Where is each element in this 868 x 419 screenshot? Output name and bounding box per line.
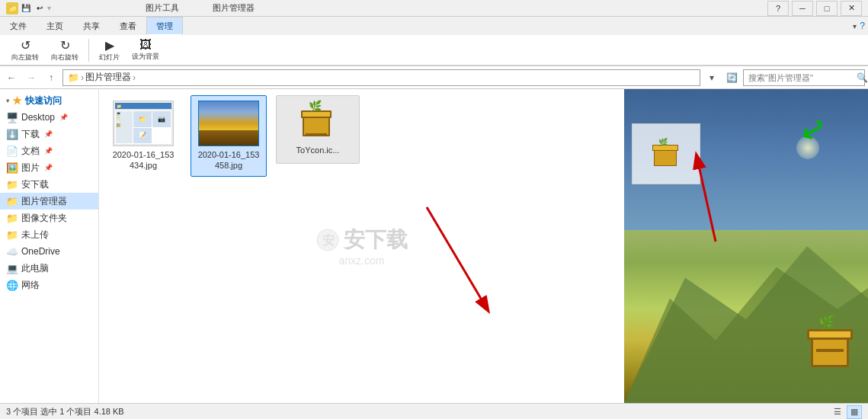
- quick-save[interactable]: 💾: [21, 4, 30, 12]
- desktop-icon-sidebar: 🖥️: [6, 111, 18, 123]
- file-item[interactable]: 🌿 ToYcon.ic...: [276, 95, 360, 164]
- sidebar-header-quickaccess[interactable]: ▾ ★ 快速访问: [0, 92, 98, 109]
- maximize-button[interactable]: □: [816, 1, 838, 16]
- sidebar: ▾ ★ 快速访问 🖥️ Desktop 📌 ⬇️ 下载 📌 📄 文档 📌 🖼️ …: [0, 89, 99, 403]
- sidebar-item-pictures[interactable]: 🖼️ 图片 📌: [0, 159, 98, 176]
- file-label: 2020-01-16_153 434.jpg: [111, 149, 176, 171]
- tab-file[interactable]: 文件: [0, 17, 37, 35]
- sidebar-item-label: 文档: [21, 145, 40, 158]
- ribbon: 文件 主页 共享 查看 管理 ▾ ? ↺ 向左旋转 ↻ 向右旋转 ▶ 幻灯片 🖼…: [0, 17, 868, 66]
- sidebar-item-desktop[interactable]: 🖥️ Desktop 📌: [0, 109, 98, 126]
- details-view-button[interactable]: ▦: [847, 405, 862, 419]
- minimize-button[interactable]: ─: [792, 1, 813, 16]
- back-button[interactable]: ←: [3, 69, 20, 86]
- help-button[interactable]: ?: [767, 1, 789, 16]
- watermark-line1: 安下载: [344, 225, 408, 254]
- onedrive-icon: ☁️: [6, 245, 18, 257]
- status-bar: 3 个项目 选中 1 个项目 4.18 KB ☰ ▦: [0, 403, 868, 419]
- ribbon-toggle[interactable]: ▾: [853, 22, 857, 30]
- forward-button[interactable]: →: [23, 69, 40, 86]
- desktop-selected-box: 🌿: [632, 123, 700, 184]
- search-box[interactable]: 🔍: [743, 69, 865, 86]
- sidebar-item-label: OneDrive: [21, 246, 60, 257]
- file-thumbnail: 📁 🖥️📁📄🖼️ 📁 📷 📝: [113, 101, 174, 146]
- file-label: ToYcon.ic...: [296, 145, 340, 155]
- breadcrumb-current: 图片管理器: [85, 71, 131, 84]
- sidebar-item-label: 下载: [21, 128, 40, 141]
- sidebar-item-anzaiload[interactable]: 📁 安下载: [0, 176, 98, 193]
- ribbon-btn-rotate-left[interactable]: ↺ 向左旋转: [6, 37, 44, 64]
- window-title-label: 图片管理器: [213, 2, 255, 14]
- documents-icon: 📄: [6, 145, 18, 157]
- tab-view[interactable]: 查看: [110, 17, 146, 35]
- star-icon: ★: [12, 94, 22, 107]
- downloads-icon: ⬇️: [6, 128, 18, 140]
- network-icon: 🌐: [6, 279, 18, 291]
- sidebar-item-label: 未上传: [21, 229, 49, 241]
- breadcrumb-folder-icon: 📁: [68, 72, 79, 83]
- pictures-icon: 🖼️: [6, 162, 18, 174]
- window-controls: ? ─ □ ✕: [767, 1, 862, 16]
- pin-icon: 📌: [59, 114, 68, 121]
- ribbon-section-label: 图片工具: [146, 2, 179, 14]
- title-bar: 📁 💾 ↩ ▾ 图片工具 图片管理器 ? ─ □ ✕: [0, 0, 868, 17]
- sidebar-item-onedrive[interactable]: ☁️ OneDrive: [0, 243, 98, 260]
- ribbon-btn-slideshow[interactable]: ▶ 幻灯片: [94, 37, 125, 64]
- sidebar-item-label: 图像文件夹: [21, 212, 67, 225]
- folder-icon: 📁: [6, 212, 18, 224]
- ribbon-btn-rotate-right[interactable]: ↻ 向右旋转: [46, 37, 84, 64]
- svg-text:安: 安: [322, 233, 335, 247]
- folder-icon: 📁: [6, 195, 18, 207]
- file-area: 安 安下载 anxz.com 📁 🖥️📁📄🖼️: [99, 89, 624, 403]
- view-controls: ☰ ▦: [830, 405, 862, 419]
- quick-undo[interactable]: ↩: [37, 4, 43, 12]
- sidebar-item-label: 网络: [21, 279, 40, 292]
- file-thumbnail: [198, 101, 259, 146]
- title-bar-left: 📁 💾 ↩ ▾ 图片工具 图片管理器: [6, 2, 255, 14]
- pin-icon: 📌: [44, 130, 53, 138]
- tab-home[interactable]: 主页: [37, 17, 73, 35]
- help-icon[interactable]: ?: [860, 21, 865, 31]
- status-text: 3 个项目 选中 1 个项目 4.18 KB: [6, 406, 124, 417]
- pin-icon: 📌: [44, 147, 53, 155]
- thispc-icon: 💻: [6, 262, 18, 274]
- ribbon-btn-set-background[interactable]: 🖼 设为背景: [127, 37, 165, 64]
- sidebar-item-label: 图片管理器: [21, 195, 67, 208]
- refresh-button[interactable]: 🔄: [723, 69, 740, 86]
- file-grid: 📁 🖥️📁📄🖼️ 📁 📷 📝: [105, 95, 618, 177]
- dropdown-button[interactable]: ▾: [703, 69, 720, 86]
- content-area: 安 安下载 anxz.com 📁 🖥️📁📄🖼️: [99, 89, 868, 403]
- sidebar-item-downloads[interactable]: ⬇️ 下载 📌: [0, 126, 98, 142]
- sidebar-item-picmanager[interactable]: 📁 图片管理器: [0, 193, 98, 210]
- sidebar-item-label: 安下载: [21, 178, 49, 191]
- sidebar-quickaccess-label: 快速访问: [25, 94, 62, 107]
- watermark-line2: anxz.com: [316, 254, 408, 267]
- sidebar-item-network[interactable]: 🌐 网络: [0, 277, 98, 293]
- search-icon: 🔍: [857, 72, 868, 83]
- main-content: ▾ ★ 快速访问 🖥️ Desktop 📌 ⬇️ 下载 📌 📄 文档 📌 🖼️ …: [0, 89, 868, 403]
- close-button[interactable]: ✕: [841, 1, 862, 16]
- watermark: 安 安下载 anxz.com: [316, 225, 408, 267]
- tab-manage[interactable]: 管理: [146, 17, 183, 35]
- sidebar-item-documents[interactable]: 📄 文档 📌: [0, 142, 98, 159]
- list-view-button[interactable]: ☰: [830, 405, 845, 419]
- sidebar-item-label: 图片: [21, 162, 40, 174]
- chevron-icon: ▾: [6, 98, 9, 104]
- sidebar-item-label: Desktop: [21, 112, 55, 123]
- pin-icon: 📌: [44, 164, 53, 171]
- folder-icon: 📁: [6, 229, 18, 241]
- ribbon-commands: ↺ 向左旋转 ↻ 向右旋转 ▶ 幻灯片 🖼 设为背景: [0, 35, 868, 66]
- file-item[interactable]: 📁 🖥️📁📄🖼️ 📁 📷 📝: [105, 95, 181, 177]
- search-input[interactable]: [748, 73, 854, 82]
- up-button[interactable]: ↑: [43, 69, 59, 86]
- address-bar: ← → ↑ 📁 › 图片管理器 › ▾ 🔄 🔍: [0, 66, 868, 89]
- sidebar-item-imagefolder[interactable]: 📁 图像文件夹: [0, 210, 98, 226]
- tab-share[interactable]: 共享: [73, 17, 110, 35]
- desktop-large-toycon: 🌿: [799, 319, 860, 373]
- address-path[interactable]: 📁 › 图片管理器 ›: [62, 69, 700, 86]
- sidebar-item-label: 此电脑: [21, 262, 49, 275]
- file-item[interactable]: 2020-01-16_153 458.jpg: [191, 95, 267, 177]
- ribbon-tabs: 文件 主页 共享 查看 管理 ▾ ?: [0, 17, 868, 35]
- sidebar-item-thispc[interactable]: 💻 此电脑: [0, 260, 98, 277]
- sidebar-item-notuploaded[interactable]: 📁 未上传: [0, 226, 98, 243]
